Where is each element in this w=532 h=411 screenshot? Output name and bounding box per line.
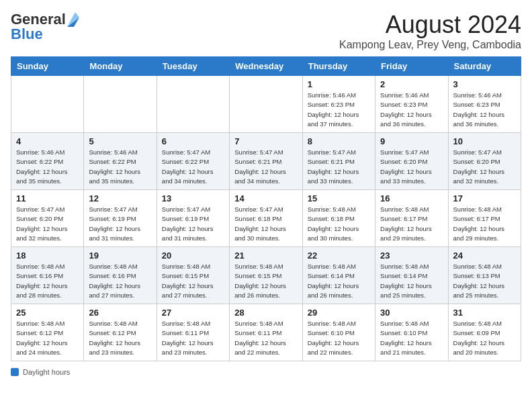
day-info: Sunrise: 5:46 AM Sunset: 6:22 PM Dayligh…: [89, 148, 151, 186]
day-number: 19: [89, 250, 151, 261]
day-number: 14: [234, 193, 297, 203]
calendar-day-cell: 19Sunrise: 5:48 AM Sunset: 6:16 PM Dayli…: [84, 247, 157, 304]
calendar-day-cell: 10Sunrise: 5:47 AM Sunset: 6:20 PM Dayli…: [448, 133, 521, 190]
day-number: 2: [380, 79, 443, 89]
calendar-day-cell: 31Sunrise: 5:48 AM Sunset: 6:09 PM Dayli…: [448, 304, 521, 361]
title-area: August 2024 Kampong Leav, Prey Veng, Cam…: [339, 11, 521, 51]
calendar-day-cell: 21Sunrise: 5:48 AM Sunset: 6:15 PM Dayli…: [230, 247, 302, 304]
day-info: Sunrise: 5:46 AM Sunset: 6:23 PM Dayligh…: [380, 91, 443, 129]
calendar-day-cell: 5Sunrise: 5:46 AM Sunset: 6:22 PM Daylig…: [84, 133, 157, 190]
calendar-day-cell: 23Sunrise: 5:48 AM Sunset: 6:14 PM Dayli…: [375, 247, 448, 304]
day-info: Sunrise: 5:48 AM Sunset: 6:10 PM Dayligh…: [380, 319, 443, 357]
calendar-day-cell: 30Sunrise: 5:48 AM Sunset: 6:10 PM Dayli…: [375, 304, 448, 361]
day-number: 21: [234, 250, 297, 261]
day-number: 12: [89, 193, 151, 203]
day-info: Sunrise: 5:48 AM Sunset: 6:16 PM Dayligh…: [89, 262, 151, 300]
calendar-day-header: Saturday: [448, 57, 521, 76]
day-number: 8: [308, 136, 370, 146]
day-number: 17: [453, 193, 516, 203]
day-number: 29: [308, 308, 370, 318]
logo-bird-icon: [67, 12, 79, 27]
day-info: Sunrise: 5:48 AM Sunset: 6:16 PM Dayligh…: [16, 262, 79, 300]
calendar-week-row: 4Sunrise: 5:46 AM Sunset: 6:22 PM Daylig…: [11, 133, 521, 190]
calendar-day-cell: 27Sunrise: 5:48 AM Sunset: 6:11 PM Dayli…: [157, 304, 229, 361]
calendar-day-cell: 14Sunrise: 5:47 AM Sunset: 6:18 PM Dayli…: [230, 190, 302, 247]
day-number: 20: [162, 250, 224, 261]
day-info: Sunrise: 5:47 AM Sunset: 6:19 PM Dayligh…: [162, 205, 224, 243]
header: General Blue August 2024 Kampong Leav, P…: [11, 11, 521, 51]
day-info: Sunrise: 5:48 AM Sunset: 6:11 PM Dayligh…: [162, 319, 224, 357]
day-number: 1: [308, 79, 370, 89]
day-number: 4: [16, 136, 79, 146]
day-info: Sunrise: 5:47 AM Sunset: 6:20 PM Dayligh…: [16, 205, 79, 243]
calendar-week-row: 11Sunrise: 5:47 AM Sunset: 6:20 PM Dayli…: [11, 190, 521, 247]
day-number: 30: [380, 308, 443, 318]
day-info: Sunrise: 5:47 AM Sunset: 6:21 PM Dayligh…: [234, 148, 297, 186]
month-title: August 2024: [339, 11, 521, 39]
day-info: Sunrise: 5:48 AM Sunset: 6:14 PM Dayligh…: [308, 262, 370, 300]
calendar-day-cell: 6Sunrise: 5:47 AM Sunset: 6:22 PM Daylig…: [157, 133, 229, 190]
day-number: 18: [16, 250, 79, 261]
calendar-day-cell: 2Sunrise: 5:46 AM Sunset: 6:23 PM Daylig…: [375, 76, 448, 133]
calendar-day-header: Wednesday: [230, 57, 302, 76]
day-info: Sunrise: 5:48 AM Sunset: 6:09 PM Dayligh…: [453, 319, 516, 357]
day-info: Sunrise: 5:48 AM Sunset: 6:11 PM Dayligh…: [234, 319, 297, 357]
calendar-day-cell: 29Sunrise: 5:48 AM Sunset: 6:10 PM Dayli…: [302, 304, 375, 361]
calendar-day-cell: 20Sunrise: 5:48 AM Sunset: 6:15 PM Dayli…: [157, 247, 229, 304]
calendar-day-cell: 15Sunrise: 5:48 AM Sunset: 6:18 PM Dayli…: [302, 190, 375, 247]
day-info: Sunrise: 5:48 AM Sunset: 6:13 PM Dayligh…: [453, 262, 516, 300]
day-number: 28: [234, 308, 297, 318]
day-info: Sunrise: 5:48 AM Sunset: 6:15 PM Dayligh…: [162, 262, 224, 300]
day-info: Sunrise: 5:47 AM Sunset: 6:18 PM Dayligh…: [234, 205, 297, 243]
calendar-header-row: SundayMondayTuesdayWednesdayThursdayFrid…: [11, 57, 521, 76]
calendar-day-header: Friday: [375, 57, 448, 76]
day-number: 3: [453, 79, 516, 89]
day-info: Sunrise: 5:48 AM Sunset: 6:15 PM Dayligh…: [234, 262, 297, 300]
day-number: 7: [234, 136, 297, 146]
calendar-body: 1Sunrise: 5:46 AM Sunset: 6:23 PM Daylig…: [11, 76, 521, 361]
day-info: Sunrise: 5:48 AM Sunset: 6:14 PM Dayligh…: [380, 262, 443, 300]
calendar-day-cell: 8Sunrise: 5:47 AM Sunset: 6:21 PM Daylig…: [302, 133, 375, 190]
footer: Daylight hours: [11, 368, 521, 376]
calendar-day-cell: 4Sunrise: 5:46 AM Sunset: 6:22 PM Daylig…: [11, 133, 84, 190]
day-number: 9: [380, 136, 443, 146]
day-info: Sunrise: 5:47 AM Sunset: 6:22 PM Dayligh…: [162, 148, 224, 186]
day-info: Sunrise: 5:47 AM Sunset: 6:21 PM Dayligh…: [308, 148, 370, 186]
day-number: 23: [380, 250, 443, 261]
calendar-day-header: Sunday: [11, 57, 84, 76]
day-info: Sunrise: 5:48 AM Sunset: 6:18 PM Dayligh…: [308, 205, 370, 243]
calendar-day-cell: 11Sunrise: 5:47 AM Sunset: 6:20 PM Dayli…: [11, 190, 84, 247]
day-info: Sunrise: 5:48 AM Sunset: 6:17 PM Dayligh…: [453, 205, 516, 243]
calendar-day-cell: 3Sunrise: 5:46 AM Sunset: 6:23 PM Daylig…: [448, 76, 521, 133]
location-subtitle: Kampong Leav, Prey Veng, Cambodia: [339, 39, 521, 51]
calendar-day-cell: 16Sunrise: 5:48 AM Sunset: 6:17 PM Dayli…: [375, 190, 448, 247]
calendar-day-cell: 9Sunrise: 5:47 AM Sunset: 6:20 PM Daylig…: [375, 133, 448, 190]
day-number: 26: [89, 308, 151, 318]
logo-blue-text: Blue: [11, 26, 43, 43]
calendar-day-cell: 13Sunrise: 5:47 AM Sunset: 6:19 PM Dayli…: [157, 190, 229, 247]
calendar-week-row: 25Sunrise: 5:48 AM Sunset: 6:12 PM Dayli…: [11, 304, 521, 361]
day-number: 31: [453, 308, 516, 318]
calendar-week-row: 1Sunrise: 5:46 AM Sunset: 6:23 PM Daylig…: [11, 76, 521, 133]
day-number: 16: [380, 193, 443, 203]
calendar-day-cell: 17Sunrise: 5:48 AM Sunset: 6:17 PM Dayli…: [448, 190, 521, 247]
day-info: Sunrise: 5:47 AM Sunset: 6:20 PM Dayligh…: [380, 148, 443, 186]
day-info: Sunrise: 5:48 AM Sunset: 6:17 PM Dayligh…: [380, 205, 443, 243]
daylight-label: Daylight hours: [23, 368, 70, 376]
calendar-day-cell: 1Sunrise: 5:46 AM Sunset: 6:23 PM Daylig…: [302, 76, 375, 133]
calendar-day-cell: [84, 76, 157, 133]
day-number: 5: [89, 136, 151, 146]
day-number: 27: [162, 308, 224, 318]
day-info: Sunrise: 5:48 AM Sunset: 6:10 PM Dayligh…: [308, 319, 370, 357]
calendar-week-row: 18Sunrise: 5:48 AM Sunset: 6:16 PM Dayli…: [11, 247, 521, 304]
calendar-day-cell: [230, 76, 302, 133]
calendar-day-header: Thursday: [302, 57, 375, 76]
day-number: 25: [16, 308, 79, 318]
day-number: 13: [162, 193, 224, 203]
calendar-day-cell: [157, 76, 229, 133]
calendar-day-cell: 26Sunrise: 5:48 AM Sunset: 6:12 PM Dayli…: [84, 304, 157, 361]
day-number: 11: [16, 193, 79, 203]
day-info: Sunrise: 5:46 AM Sunset: 6:23 PM Dayligh…: [308, 91, 370, 129]
day-info: Sunrise: 5:46 AM Sunset: 6:22 PM Dayligh…: [16, 148, 79, 186]
day-number: 22: [308, 250, 370, 261]
